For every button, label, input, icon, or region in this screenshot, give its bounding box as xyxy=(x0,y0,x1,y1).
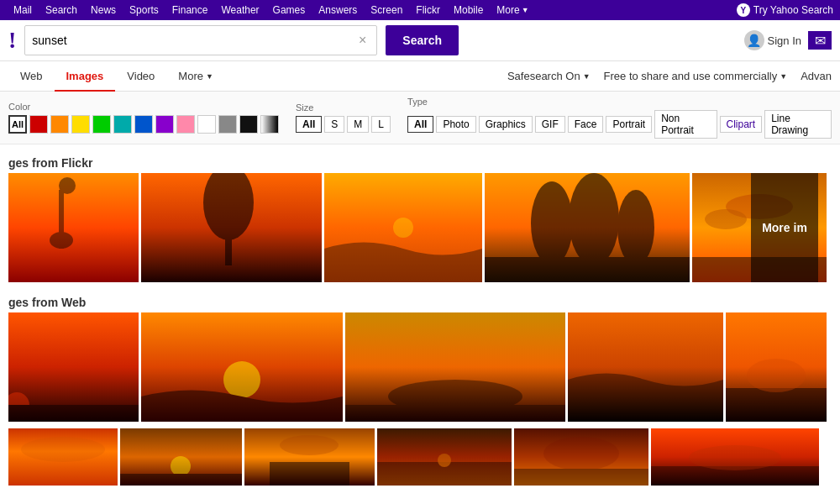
type-portrait-btn[interactable]: Portrait xyxy=(606,116,652,133)
list-item[interactable] xyxy=(141,173,322,282)
type-face-btn[interactable]: Face xyxy=(568,116,604,133)
color-orange-btn[interactable] xyxy=(50,115,69,134)
list-item[interactable] xyxy=(485,173,690,282)
nav-answers[interactable]: Answers xyxy=(312,0,364,20)
nav-flickr[interactable]: Flickr xyxy=(409,0,447,20)
nav-mail[interactable]: Mail xyxy=(7,0,39,20)
list-item[interactable] xyxy=(726,312,827,422)
svg-point-1 xyxy=(50,232,73,249)
type-clipart-btn[interactable]: Clipart xyxy=(720,116,763,133)
type-gif-btn[interactable]: GIF xyxy=(535,116,565,133)
nav-search[interactable]: Search xyxy=(39,0,84,20)
color-teal-btn[interactable] xyxy=(113,115,132,134)
color-black-btn[interactable] xyxy=(239,115,258,134)
tab-more[interactable]: More ▼ xyxy=(166,61,225,92)
safesearch-toggle[interactable]: Safesearch On ▼ xyxy=(507,70,591,82)
tab-images[interactable]: Images xyxy=(55,61,116,92)
tab-right-filters: Safesearch On ▼ Free to share and use co… xyxy=(507,70,832,82)
svg-point-11 xyxy=(705,209,747,229)
list-item[interactable] xyxy=(244,428,375,486)
try-yahoo-label: Try Yahoo Search xyxy=(753,4,833,16)
size-all-btn[interactable]: All xyxy=(296,116,322,133)
search-input[interactable] xyxy=(32,34,355,47)
svg-point-23 xyxy=(280,435,339,455)
try-yahoo-link[interactable]: Y Try Yahoo Search xyxy=(737,3,833,17)
color-pink-btn[interactable] xyxy=(176,115,195,134)
flickr-image-row: More im xyxy=(0,173,840,282)
size-l-btn[interactable]: L xyxy=(371,116,391,133)
search-header: ! × Search 👤 Sign In ✉ xyxy=(0,20,840,61)
color-bw-btn[interactable] xyxy=(260,115,279,134)
list-item[interactable] xyxy=(514,428,648,486)
type-photo-btn[interactable]: Photo xyxy=(436,116,475,133)
nav-more-label: More xyxy=(496,4,519,16)
type-options: All Photo Graphics GIF Face Portrait Non… xyxy=(407,110,832,139)
more-images-button[interactable]: More im xyxy=(751,173,818,282)
color-all-btn[interactable]: All xyxy=(8,115,27,134)
advanced-search-link[interactable]: Advan xyxy=(801,70,832,82)
list-item[interactable] xyxy=(8,312,139,422)
list-item[interactable] xyxy=(324,173,482,282)
color-green-btn[interactable] xyxy=(92,115,111,134)
list-item[interactable] xyxy=(377,428,512,486)
safesearch-label: Safesearch On xyxy=(507,70,580,82)
tab-video[interactable]: Video xyxy=(115,61,166,92)
search-button[interactable]: Search xyxy=(386,25,459,55)
list-item[interactable] xyxy=(120,428,242,486)
svg-point-2 xyxy=(59,177,76,194)
svg-point-20 xyxy=(21,437,105,462)
advanced-label: Advan xyxy=(801,70,832,82)
list-item[interactable] xyxy=(8,173,139,282)
color-blue-btn[interactable] xyxy=(134,115,153,134)
list-item[interactable] xyxy=(345,312,565,422)
sign-in-label: Sign In xyxy=(768,34,801,47)
search-box-wrapper: × xyxy=(24,25,377,55)
tab-web[interactable]: Web xyxy=(8,61,55,92)
type-all-btn[interactable]: All xyxy=(407,116,433,133)
nav-sports[interactable]: Sports xyxy=(123,0,165,20)
nav-weather[interactable]: Weather xyxy=(214,0,265,20)
type-non-portrait-btn[interactable]: Non Portrait xyxy=(654,110,717,139)
yahoo-logo: ! xyxy=(8,29,16,52)
type-filter: Type All Photo Graphics GIF Face Portrai… xyxy=(407,97,832,139)
list-item[interactable] xyxy=(141,312,343,422)
nav-news[interactable]: News xyxy=(84,0,123,20)
header-right: 👤 Sign In ✉ xyxy=(744,30,832,50)
svg-point-4 xyxy=(203,173,254,240)
color-yellow-btn[interactable] xyxy=(71,115,90,134)
nav-more-dropdown[interactable]: More ▼ xyxy=(490,0,535,20)
nav-screen[interactable]: Screen xyxy=(364,0,409,20)
list-item[interactable]: More im xyxy=(692,173,827,282)
web-section-label: ges from Web xyxy=(0,289,840,312)
list-item[interactable] xyxy=(8,428,118,486)
color-red-btn[interactable] xyxy=(29,115,48,134)
svg-point-6 xyxy=(531,181,573,265)
nav-games[interactable]: Games xyxy=(266,0,312,20)
user-icon: 👤 xyxy=(744,30,764,50)
svg-point-27 xyxy=(543,437,619,470)
size-m-btn[interactable]: M xyxy=(347,116,369,133)
color-white-btn[interactable] xyxy=(197,115,216,134)
nav-mobile[interactable]: Mobile xyxy=(447,0,490,20)
chevron-down-icon: ▼ xyxy=(206,61,213,92)
clear-button[interactable]: × xyxy=(355,33,370,48)
type-line-btn[interactable]: Line Drawing xyxy=(764,110,832,139)
tab-more-label: More xyxy=(178,61,203,92)
svg-point-8 xyxy=(617,190,654,265)
list-item[interactable] xyxy=(568,312,723,422)
color-purple-btn[interactable] xyxy=(155,115,174,134)
svg-point-5 xyxy=(393,218,413,238)
type-graphics-btn[interactable]: Graphics xyxy=(479,116,533,133)
mail-icon[interactable]: ✉ xyxy=(808,31,832,50)
chevron-down-icon: ▼ xyxy=(522,6,529,14)
nav-finance[interactable]: Finance xyxy=(165,0,215,20)
sign-in-button[interactable]: 👤 Sign In xyxy=(744,30,801,50)
free-share-toggle[interactable]: Free to share and use commercially ▼ xyxy=(604,70,788,82)
size-s-btn[interactable]: S xyxy=(324,116,344,133)
svg-point-26 xyxy=(438,454,451,467)
svg-rect-18 xyxy=(726,388,827,422)
chevron-down-icon: ▼ xyxy=(780,72,787,81)
list-item[interactable] xyxy=(651,428,819,486)
size-options: All S M L xyxy=(296,116,391,133)
color-gray-btn[interactable] xyxy=(218,115,237,134)
